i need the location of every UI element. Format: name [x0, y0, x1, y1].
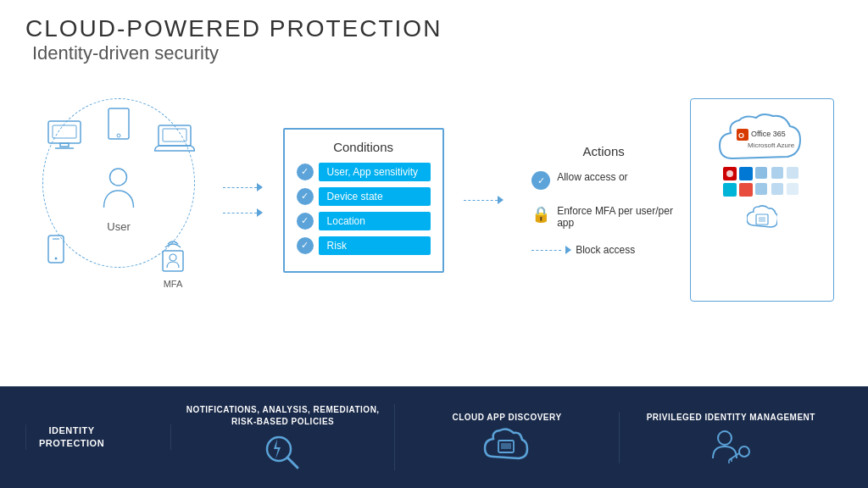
allow-check-icon: ✓ — [531, 171, 550, 190]
arrow-mid — [464, 196, 504, 204]
mfa-action-label: Enforce MFA per user/per app — [557, 205, 676, 229]
block-label: Block access — [576, 244, 635, 256]
svg-rect-25 — [501, 443, 511, 449]
app-icons-grid — [723, 167, 801, 197]
cloud-app-icon — [483, 428, 530, 463]
actions-section: Actions ✓ Allow access or 🔒 Enforce MFA … — [523, 140, 676, 260]
check-icon-2: ✓ — [297, 188, 314, 205]
svg-rect-20 — [759, 217, 765, 222]
action-allow: ✓ Allow access or — [531, 171, 676, 190]
app-sub-5 — [771, 183, 783, 195]
svg-rect-1 — [60, 143, 69, 147]
block-arrow-head — [565, 246, 571, 254]
svg-line-28 — [729, 453, 739, 460]
sub-title: Identity-driven security — [32, 42, 843, 64]
app-sub-6 — [787, 183, 798, 195]
bottom-cloud-app: CLOUD APP DISCOVERY — [395, 412, 619, 463]
app-sub-2 — [771, 167, 783, 179]
devices-section: User — [34, 81, 203, 319]
svg-text:O: O — [738, 131, 744, 140]
svg-point-10 — [55, 258, 58, 260]
lock-icon: 🔒 — [531, 205, 550, 224]
svg-rect-0 — [48, 121, 81, 143]
svg-rect-3 — [53, 125, 76, 138]
app-icon-3 — [723, 183, 737, 197]
condition-item-2: ✓ Device state — [297, 187, 431, 206]
bottom-privileged-identity: PRIVILEGED IDENTITY MANAGEMENT — [620, 412, 843, 463]
app-icon-4 — [739, 183, 753, 197]
bottom-notifications: NOTIFICATIONS, ANALYSIS, REMEDIATION,RIS… — [171, 404, 395, 470]
identity-protection-content: IDENTITYPROTECTION — [39, 424, 104, 451]
main-container: CLOUD-POWERED PROTECTION Identity-driven… — [0, 0, 868, 488]
diagram: User — [25, 73, 843, 327]
cloud-svg: O Office 365 Microsoft Azure — [715, 108, 809, 171]
user-figure: User — [100, 167, 138, 233]
cloud-box-bottom-icon — [747, 205, 777, 234]
notifications-title: NOTIFICATIONS, ANALYSIS, REMEDIATION,RIS… — [186, 404, 380, 428]
svg-text:Office 365: Office 365 — [751, 130, 786, 138]
svg-marker-22 — [274, 439, 281, 459]
person-key-icon — [708, 428, 754, 463]
cloud-box: O Office 365 Microsoft Azure — [690, 98, 834, 302]
app-icon-2 — [739, 167, 753, 180]
svg-rect-7 — [163, 129, 186, 141]
actions-title: Actions — [531, 144, 676, 158]
identity-protection-title: IDENTITYPROTECTION — [39, 424, 104, 451]
mfa-label: MFA — [159, 279, 186, 289]
svg-point-18 — [726, 170, 733, 177]
app-sub-3 — [787, 167, 798, 179]
arrow-top — [223, 183, 263, 191]
app-sub-1 — [755, 167, 767, 179]
check-icon-3: ✓ — [297, 213, 314, 230]
arrow-bottom — [223, 208, 263, 217]
title-area: CLOUD-POWERED PROTECTION Identity-driven… — [25, 15, 843, 64]
conditions-title: Conditions — [297, 140, 431, 154]
monitor-icon — [47, 119, 85, 155]
user-label: User — [100, 220, 138, 233]
condition-item-3: ✓ Location — [297, 212, 431, 230]
tablet-icon — [107, 107, 131, 144]
app-icon-1 — [723, 167, 737, 180]
privileged-title: PRIVILEGED IDENTITY MANAGEMENT — [647, 412, 815, 424]
action-block: Block access — [531, 244, 676, 256]
app-icons-sub2 — [755, 183, 801, 197]
svg-point-5 — [117, 134, 120, 137]
check-icon-4: ✓ — [297, 237, 314, 254]
svg-point-13 — [170, 254, 176, 261]
arrows-to-actions — [458, 196, 509, 204]
conditions-box: Conditions ✓ User, App sensitivity ✓ Dev… — [283, 128, 444, 273]
lightning-search-icon — [262, 432, 304, 470]
condition-bar-1: User, App sensitivity — [319, 163, 431, 181]
svg-text:Microsoft Azure: Microsoft Azure — [748, 141, 795, 149]
laptop-icon — [154, 124, 195, 157]
device-icons: User — [42, 107, 195, 293]
svg-point-27 — [739, 446, 749, 457]
bottom-identity-protection: IDENTITYPROTECTION — [25, 424, 171, 451]
check-icon-1: ✓ — [297, 164, 314, 180]
svg-point-26 — [718, 431, 732, 445]
svg-rect-4 — [108, 108, 129, 139]
condition-item-1: ✓ User, App sensitivity — [297, 163, 431, 181]
condition-bar-3: Location — [319, 212, 431, 230]
svg-point-8 — [110, 169, 127, 186]
condition-item-4: ✓ Risk — [297, 236, 431, 255]
cloud-app-title: CLOUD APP DISCOVERY — [452, 412, 561, 424]
bottom-section: IDENTITYPROTECTION NOTIFICATIONS, ANALYS… — [0, 386, 868, 488]
mfa-section: MFA — [159, 237, 186, 289]
app-icons-sub — [755, 167, 801, 180]
app-sub-4 — [755, 183, 767, 195]
top-section: CLOUD-POWERED PROTECTION Identity-driven… — [0, 0, 868, 386]
block-dashed-line — [531, 250, 561, 251]
allow-label: Allow access or — [557, 171, 627, 183]
condition-bar-2: Device state — [319, 187, 431, 206]
main-title: CLOUD-POWERED PROTECTION — [25, 15, 843, 42]
phone-icon — [47, 234, 65, 268]
condition-bar-4: Risk — [319, 236, 431, 255]
svg-line-23 — [287, 458, 298, 468]
action-mfa: 🔒 Enforce MFA per user/per app — [531, 205, 676, 229]
arrows-to-conditions — [218, 183, 269, 217]
